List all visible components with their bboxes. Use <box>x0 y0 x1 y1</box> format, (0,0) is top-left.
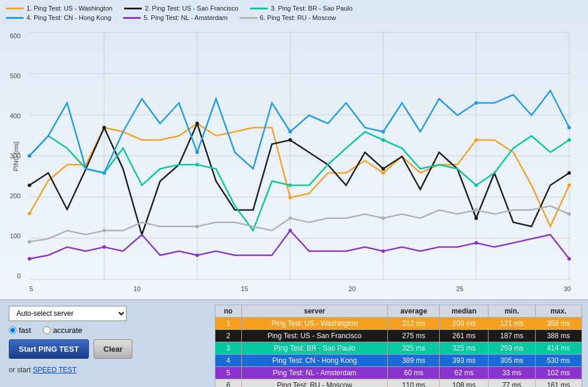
table-cell: 358 ms <box>535 318 582 330</box>
table-cell: 414 ms <box>535 342 582 355</box>
speed-test-link[interactable]: SPEED TEST <box>33 366 77 374</box>
x-axis-label: 20 <box>348 285 356 292</box>
svg-point-26 <box>567 171 571 175</box>
table-cell: 259 ms <box>489 342 535 355</box>
svg-point-44 <box>288 229 292 232</box>
table-cell: 110 ms <box>388 379 440 388</box>
svg-point-13 <box>28 212 31 215</box>
table-cell: 77 ms <box>489 379 535 388</box>
table-row: 4Ping Test: CN - Hong Kong389 ms393 ms30… <box>215 355 582 367</box>
table-header: max. <box>535 305 582 318</box>
svg-point-20 <box>28 184 31 187</box>
table-cell-server: Ping Test: US - Washington <box>241 318 388 330</box>
svg-point-47 <box>567 257 571 261</box>
table-cell: 388 ms <box>535 330 582 342</box>
speed-test-row: or start SPEED TEST <box>9 366 203 374</box>
server-select[interactable]: Auto-select serverUS - WashingtonUS - Sa… <box>9 306 127 321</box>
table-cell: 62 ms <box>440 367 489 379</box>
table-area: noserveraveragemedianmin.max. 1Ping Test… <box>212 300 588 387</box>
table-cell-server: Ping Test: US - San Francisco <box>241 330 388 342</box>
svg-point-17 <box>381 171 385 175</box>
table-cell: 33 ms <box>489 367 535 379</box>
svg-point-30 <box>288 184 292 187</box>
table-cell: 2 <box>215 330 242 342</box>
clear-button[interactable]: Clear <box>94 339 133 359</box>
table-cell: 3 <box>215 342 242 355</box>
table-cell: 5 <box>215 367 242 379</box>
svg-point-53 <box>474 208 478 212</box>
svg-point-49 <box>102 229 106 232</box>
table-cell: 389 ms <box>388 355 440 367</box>
svg-point-39 <box>474 101 478 105</box>
table-header: min. <box>489 305 535 318</box>
svg-point-40 <box>567 126 571 129</box>
x-axis-label: 25 <box>456 285 463 292</box>
table-cell: 212 ms <box>388 318 440 330</box>
x-axis-label: 5 <box>29 285 33 292</box>
svg-point-31 <box>381 138 385 142</box>
radio-fast-text: fast <box>19 326 31 335</box>
radio-group: fast accurate <box>9 326 203 335</box>
svg-point-38 <box>381 130 385 134</box>
svg-point-37 <box>288 130 292 134</box>
svg-point-34 <box>28 154 31 158</box>
start-ping-button[interactable]: Start PING TEST <box>9 339 89 359</box>
table-cell-server: Ping Test: NL - Amsterdam <box>241 367 388 379</box>
table-header: average <box>388 305 440 318</box>
x-axis-label: 10 <box>134 285 141 292</box>
table-cell: 209 ms <box>440 318 489 330</box>
x-axis-label: 30 <box>564 285 571 292</box>
radio-accurate-text: accurate <box>53 326 82 335</box>
table-header: median <box>440 305 489 318</box>
line-moscow <box>29 206 569 242</box>
table-row: 5Ping Test: NL - Amsterdam60 ms62 ms33 m… <box>215 367 582 379</box>
x-axis-labels: 51015202530 <box>29 285 571 292</box>
results-table: noserveraveragemedianmin.max. 1Ping Test… <box>215 305 582 387</box>
table-cell: 325 ms <box>388 342 440 355</box>
table-header: server <box>241 305 388 318</box>
chart-svg <box>0 0 588 300</box>
svg-point-22 <box>195 122 199 125</box>
svg-point-21 <box>102 126 106 129</box>
svg-point-35 <box>102 171 106 175</box>
table-cell: 393 ms <box>440 355 489 367</box>
table-row: 1Ping Test: US - Washington212 ms209 ms1… <box>215 318 582 330</box>
table-cell: 325 ms <box>440 342 489 355</box>
radio-accurate-label[interactable]: accurate <box>43 326 82 335</box>
chart-area: 1. Ping Test: US - Washington2. Ping Tes… <box>0 0 588 300</box>
svg-point-18 <box>474 138 478 142</box>
svg-point-54 <box>567 212 571 216</box>
controls-area: Auto-select serverUS - WashingtonUS - Sa… <box>0 300 588 387</box>
line-amsterdam <box>29 231 569 259</box>
svg-point-48 <box>28 240 31 243</box>
radio-accurate[interactable] <box>43 326 51 334</box>
table-cell-server: Ping Test: BR - Sao Paulo <box>241 342 388 355</box>
line-washington <box>29 124 569 226</box>
svg-point-45 <box>381 249 385 253</box>
left-controls: Auto-select serverUS - WashingtonUS - Sa… <box>0 300 212 387</box>
svg-point-25 <box>474 216 478 220</box>
svg-point-23 <box>288 138 292 142</box>
button-row: Start PING TEST Clear <box>9 339 203 359</box>
svg-point-24 <box>381 167 385 171</box>
table-cell: 161 ms <box>535 379 582 388</box>
svg-point-51 <box>288 216 292 220</box>
table-cell: 261 ms <box>440 330 489 342</box>
svg-point-42 <box>102 245 106 249</box>
radio-fast[interactable] <box>9 326 16 334</box>
radio-fast-label[interactable]: fast <box>9 326 31 335</box>
table-row: 2Ping Test: US - San Francisco275 ms261 … <box>215 330 582 342</box>
line-hongkong <box>29 91 569 173</box>
table-cell: 6 <box>215 379 242 388</box>
table-cell: 1 <box>215 318 242 330</box>
svg-point-36 <box>195 151 199 154</box>
table-cell: 530 ms <box>535 355 582 367</box>
svg-point-32 <box>474 184 478 187</box>
svg-point-46 <box>474 241 478 245</box>
table-cell: 275 ms <box>388 330 440 342</box>
table-cell: 4 <box>215 355 242 367</box>
svg-point-16 <box>288 196 292 199</box>
table-cell: 108 ms <box>440 379 489 388</box>
table-row: 6Ping Test: RU - Moscow110 ms108 ms77 ms… <box>215 379 582 388</box>
svg-point-29 <box>195 163 199 166</box>
